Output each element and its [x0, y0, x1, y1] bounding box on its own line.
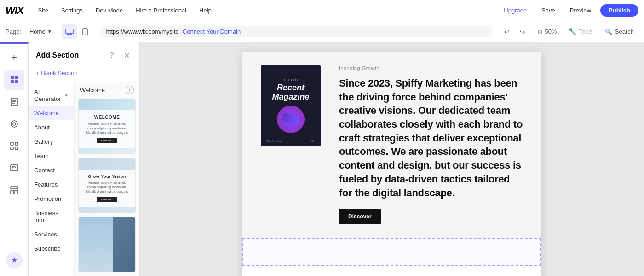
page-label: Page:: [6, 28, 21, 35]
redo-button[interactable]: ↪: [515, 24, 530, 39]
svg-rect-19: [15, 147, 18, 150]
welcome-preview-card[interactable]: WELCOME Vakante volare vitae amet, consp…: [78, 99, 136, 154]
nav-item-promotion[interactable]: Promotion: [29, 192, 74, 206]
split-right: [113, 217, 135, 272]
blank-section-button[interactable]: + Blank Section: [29, 65, 139, 81]
tools-button[interactable]: 🔧 Tools: [564, 25, 596, 38]
preview-area: Welcome i WELCOME Vakante volare vitae a…: [75, 81, 139, 276]
top-navigation: WIX Site Settings Dev Mode Hire a Profes…: [0, 0, 644, 21]
magazine-footer: The Archives |||||||: [261, 140, 321, 142]
desktop-view-button[interactable]: [62, 24, 77, 39]
nav-hire[interactable]: Hire a Professional: [130, 5, 192, 16]
nav-settings[interactable]: Settings: [56, 5, 88, 16]
nav-item-subscribe[interactable]: Subscribe: [29, 241, 74, 256]
split-preview-image: [79, 217, 135, 272]
magazine-footer-text: The Archives: [266, 140, 282, 142]
sidebar-add-icon[interactable]: +: [4, 47, 24, 68]
inspiring-label: Inspiring Growth: [339, 65, 523, 71]
url-text: https://www.wix.com/mysite: [106, 28, 179, 35]
ai-generator-item[interactable]: AI Generator ✦: [29, 85, 74, 106]
page-name: Home: [29, 28, 46, 35]
sidebar-pages-icon[interactable]: [4, 92, 24, 112]
preview-section-header: Welcome i: [78, 85, 136, 95]
tools-label: Tools: [579, 28, 592, 35]
nav-item-business-info[interactable]: Business Info: [29, 206, 74, 227]
undo-button[interactable]: ↩: [500, 24, 514, 39]
nav-item-features[interactable]: Features: [29, 177, 74, 192]
nav-item-gallery[interactable]: Gallery: [29, 135, 74, 149]
chevron-down-icon: ▼: [47, 29, 52, 34]
sidebar-sections-icon[interactable]: [4, 70, 24, 90]
search-label: Search: [615, 28, 634, 35]
nav-item-team[interactable]: Team: [29, 149, 74, 163]
canvas-selection-box: [242, 238, 541, 266]
magazine-cover-label: Recent: [283, 78, 299, 82]
sidebar-media-icon[interactable]: [4, 158, 24, 178]
welcome-card-content: WELCOME Vakante volare vitae amet, consp…: [79, 110, 135, 148]
tools-icon: 🔧: [568, 27, 577, 36]
nav-item-contact[interactable]: Contact: [29, 163, 74, 177]
panel-close-button[interactable]: ✕: [121, 50, 132, 61]
nav-item-about[interactable]: About: [29, 120, 74, 135]
canvas-page: Recent Recent Magazine The Archives ||||…: [242, 52, 541, 276]
welcome-card-title: WELCOME: [85, 115, 129, 120]
welcome-card-text: Vakante volare vitae amet, consp adipisc…: [85, 122, 129, 135]
split-left: [79, 217, 113, 272]
grow-card-text: Vakante volare vitae amet, consp adipisc…: [85, 181, 129, 194]
publish-button[interactable]: Publish: [600, 4, 638, 17]
nav-help[interactable]: Help: [194, 5, 217, 16]
svg-rect-28: [15, 190, 18, 194]
connect-domain-link[interactable]: Connect Your Domain: [183, 28, 241, 35]
ai-generator-label: AI Generator: [34, 88, 61, 102]
inspiring-section: Recent Recent Magazine The Archives ||||…: [242, 52, 541, 238]
svg-rect-16: [11, 142, 13, 145]
panel-body: AI Generator ✦ Welcome About Gallery Tea…: [29, 81, 139, 276]
info-icon[interactable]: i: [126, 86, 134, 94]
zoom-level: 50%: [545, 28, 557, 35]
canvas-area: Recent Recent Magazine The Archives ||||…: [140, 42, 644, 276]
svg-rect-26: [11, 187, 18, 189]
zoom-control[interactable]: ⊕ 50%: [534, 26, 560, 37]
sidebar-ai-icon[interactable]: [6, 252, 23, 269]
sidebar-apps-icon[interactable]: [4, 136, 24, 156]
nav-item-services[interactable]: Services: [29, 227, 74, 241]
preview-button[interactable]: Preview: [564, 5, 597, 16]
sidebar-design-icon[interactable]: [4, 114, 24, 134]
page-selector[interactable]: Home ▼: [27, 27, 55, 36]
split-preview-card[interactable]: [78, 217, 136, 272]
grow-card-btn: Start Now: [97, 197, 116, 202]
svg-rect-27: [11, 190, 14, 194]
nav-item-welcome[interactable]: Welcome: [29, 106, 74, 120]
undo-redo-group: ↩ ↪: [500, 24, 530, 39]
search-button[interactable]: 🔍 Search: [600, 26, 638, 37]
svg-rect-8: [11, 80, 14, 83]
nav-dev-mode[interactable]: Dev Mode: [90, 5, 128, 16]
grow-preview-image: Grow Your Vision Vakante volare vitae am…: [79, 158, 135, 213]
search-icon: 🔍: [605, 28, 612, 35]
sidebar-widgets-icon[interactable]: [4, 180, 24, 200]
magazine-cover-title: Recent Magazine: [266, 83, 315, 102]
panel-title: Add Section: [36, 51, 79, 59]
magazine-decoration: [277, 106, 305, 133]
svg-rect-17: [15, 142, 18, 145]
upgrade-button[interactable]: Upgrade: [498, 5, 532, 16]
svg-point-14: [11, 121, 17, 127]
panel-help-button[interactable]: ?: [106, 50, 117, 61]
mobile-view-button[interactable]: [78, 24, 92, 39]
welcome-header-label: Welcome: [80, 87, 105, 94]
nav-site[interactable]: Site: [33, 5, 54, 16]
grow-preview-card[interactable]: Grow Your Vision Vakante volare vitae am…: [78, 158, 136, 213]
svg-point-5: [85, 34, 86, 35]
welcome-preview-image: WELCOME Vakante volare vitae amet, consp…: [79, 99, 135, 154]
grow-card-title: Grow Your Vision: [85, 174, 129, 179]
toolbar-right: ↩ ↪ ⊕ 50% 🔧 Tools 🔍 Search: [500, 24, 638, 39]
section-nav: AI Generator ✦ Welcome About Gallery Tea…: [29, 81, 75, 276]
save-button[interactable]: Save: [536, 5, 561, 16]
svg-point-23: [12, 166, 13, 168]
grow-card-content: Grow Your Vision Vakante volare vitae am…: [79, 170, 135, 207]
discover-button[interactable]: Discover: [339, 209, 381, 224]
magazine-footer-barcode: |||||||: [310, 140, 315, 142]
svg-rect-7: [15, 76, 18, 79]
panel-header: Add Section ? ✕: [29, 42, 139, 65]
url-bar[interactable]: https://www.wix.com/mysite Connect Your …: [100, 26, 493, 37]
